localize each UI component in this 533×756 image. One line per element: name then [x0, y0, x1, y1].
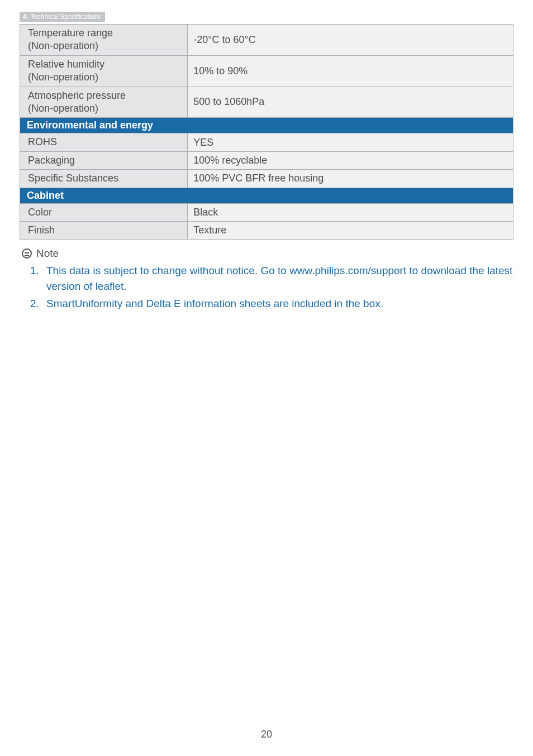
spec-row-substances: Specific Substances 100% PVC BFR free ho…	[20, 170, 513, 188]
spec-value: 500 to 1060hPa	[188, 87, 513, 118]
note-header: Note	[22, 247, 513, 260]
note-item: SmartUniformity and Delta E information …	[42, 296, 513, 312]
spec-value: -20°C to 60°C	[188, 25, 513, 56]
spec-row-pressure: Atmospheric pressure (Non-operation) 500…	[20, 87, 513, 118]
page-number: 20	[0, 729, 533, 740]
section-title: Environmental and energy	[20, 118, 513, 133]
spec-row-packaging: Packaging 100% recyclable	[20, 151, 513, 169]
spec-label: ROHS	[20, 133, 188, 151]
spec-value: Texture	[188, 221, 513, 239]
spec-label: Finish	[20, 221, 188, 239]
label-line: Atmospheric pressure	[28, 90, 126, 101]
section-title: Cabinet	[20, 188, 513, 203]
spec-value: 10% to 90%	[188, 55, 513, 87]
label-line: (Non-operation)	[28, 103, 98, 114]
label-line: (Non-operation)	[28, 71, 98, 83]
spec-row-rohs: ROHS YES	[20, 133, 513, 151]
spec-row-finish: Finish Texture	[20, 221, 513, 239]
section-env-row: Environmental and energy	[20, 118, 513, 133]
label-line: Relative humidity	[28, 59, 104, 70]
note-item: This data is subject to change without n…	[42, 263, 513, 294]
note-section: Note This data is subject to change with…	[20, 247, 513, 312]
label-line: Temperature range	[28, 27, 113, 39]
spec-label: Temperature range (Non-operation)	[20, 25, 188, 56]
spec-row-humidity: Relative humidity (Non-operation) 10% to…	[20, 55, 513, 87]
spec-label: Atmospheric pressure (Non-operation)	[20, 87, 188, 118]
spec-row-color: Color Black	[20, 203, 513, 221]
section-cabinet-row: Cabinet	[20, 188, 513, 203]
spec-value: YES	[188, 133, 513, 151]
spec-label: Relative humidity (Non-operation)	[20, 55, 188, 87]
note-icon	[22, 248, 32, 259]
note-title: Note	[36, 247, 59, 260]
spec-table: Temperature range (Non-operation) -20°C …	[20, 24, 513, 240]
spec-label: Color	[20, 203, 188, 221]
section-header: 4. Technical Specifications	[20, 12, 105, 22]
spec-label: Specific Substances	[20, 170, 188, 188]
spec-value: 100% PVC BFR free housing	[188, 170, 513, 188]
note-list: This data is subject to change without n…	[22, 263, 513, 312]
spec-value: Black	[188, 203, 513, 221]
spec-label: Packaging	[20, 151, 188, 169]
spec-row-temp: Temperature range (Non-operation) -20°C …	[20, 25, 513, 56]
spec-value: 100% recyclable	[188, 151, 513, 169]
label-line: (Non-operation)	[28, 40, 98, 51]
